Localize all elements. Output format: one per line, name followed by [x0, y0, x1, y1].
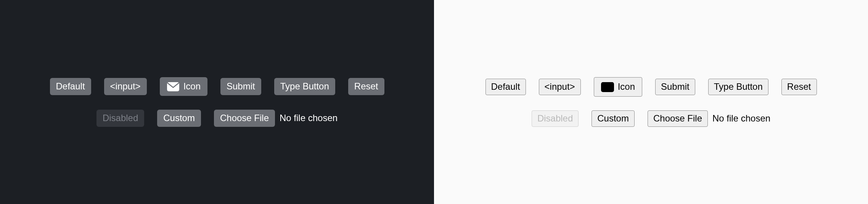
envelope-icon: [167, 82, 180, 92]
disabled-button: Disabled: [96, 110, 144, 127]
icon-button-label: Icon: [618, 81, 635, 92]
light-row-1: Default <input> Icon Submit Type Button …: [485, 77, 817, 97]
input-styled-button[interactable]: <input>: [539, 79, 581, 95]
custom-button[interactable]: Custom: [157, 110, 201, 127]
square-icon: [601, 82, 614, 92]
file-input[interactable]: Choose File No file chosen: [648, 110, 770, 127]
file-status-text: No file chosen: [280, 113, 338, 123]
dark-row-1: Default <input> Icon Submit Type Button …: [50, 77, 384, 96]
icon-button[interactable]: Icon: [594, 77, 642, 97]
reset-button[interactable]: Reset: [781, 79, 817, 95]
choose-file-button[interactable]: Choose File: [648, 110, 708, 127]
icon-button[interactable]: Icon: [160, 77, 207, 96]
type-button[interactable]: Type Button: [708, 79, 768, 95]
submit-button[interactable]: Submit: [655, 79, 695, 95]
reset-button[interactable]: Reset: [348, 78, 384, 95]
disabled-button: Disabled: [532, 110, 579, 127]
submit-button[interactable]: Submit: [220, 78, 261, 95]
default-button[interactable]: Default: [485, 79, 526, 95]
file-input[interactable]: Choose File No file chosen: [214, 110, 338, 127]
file-status-text: No file chosen: [712, 113, 770, 124]
choose-file-button[interactable]: Choose File: [214, 110, 275, 127]
light-row-2: Disabled Custom Choose File No file chos…: [532, 110, 770, 127]
custom-button[interactable]: Custom: [592, 110, 635, 127]
input-styled-button[interactable]: <input>: [104, 78, 147, 95]
dark-row-2: Disabled Custom Choose File No file chos…: [96, 110, 338, 127]
light-theme-panel: Default <input> Icon Submit Type Button …: [434, 0, 868, 204]
type-button[interactable]: Type Button: [274, 78, 335, 95]
default-button[interactable]: Default: [50, 78, 91, 95]
dark-theme-panel: Default <input> Icon Submit Type Button …: [0, 0, 434, 204]
icon-button-label: Icon: [183, 81, 201, 92]
